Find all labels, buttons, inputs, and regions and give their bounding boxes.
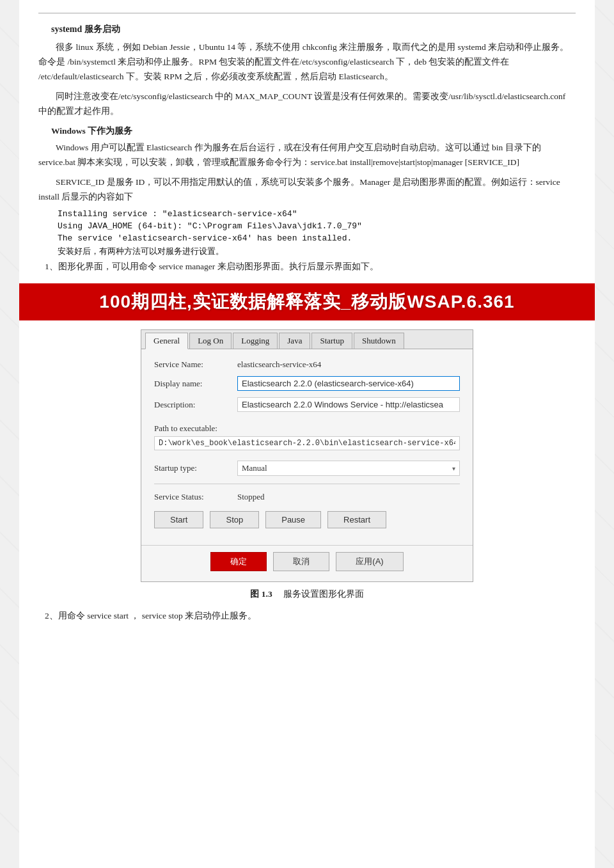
dialog-tabs: General Log On Logging Java Startup Shut… bbox=[141, 330, 473, 349]
page-container: systemd 服务启动 很多 linux 系统，例如 Debian Jessi… bbox=[0, 0, 614, 868]
select-arrow-icon: ▾ bbox=[452, 465, 455, 472]
tab-logging[interactable]: Logging bbox=[233, 333, 278, 349]
status-value: Stopped bbox=[237, 492, 265, 502]
display-name-row: Display name: bbox=[154, 376, 460, 391]
tab-logon[interactable]: Log On bbox=[189, 333, 232, 349]
service-name-value: elasticsearch-service-x64 bbox=[237, 359, 321, 370]
startup-type-label: Startup type: bbox=[154, 463, 237, 473]
figure-text: 服务设置图形化界面 bbox=[283, 589, 364, 599]
windows-title: Windows 下作为服务 bbox=[51, 125, 576, 137]
tab-shutdown[interactable]: Shutdown bbox=[354, 333, 404, 349]
para3: Windows 用户可以配置 Elasticsearch 作为服务在后台运行，或… bbox=[38, 141, 576, 170]
para4: SERVICE_ID 是服务 ID，可以不用指定用默认的值，系统可以安装多个服务… bbox=[38, 175, 576, 205]
install-line-3: The service 'elasticsearch-service-x64' … bbox=[58, 233, 576, 243]
pause-button[interactable]: Pause bbox=[265, 511, 321, 528]
service-buttons-row: Start Stop Pause Restart bbox=[154, 511, 460, 528]
startup-type-row: Startup type: Manual ▾ bbox=[154, 461, 460, 476]
banner: 100期四柱,实证数据解释落实_移动版WSAP.6.361 bbox=[19, 283, 595, 320]
display-name-label: Display name: bbox=[154, 379, 237, 389]
description-label: Description: bbox=[154, 400, 237, 410]
startup-type-value: Manual bbox=[242, 463, 267, 473]
figure-caption: 图 1.3 服务设置图形化界面 bbox=[38, 588, 576, 600]
path-input[interactable] bbox=[154, 436, 460, 450]
restart-button[interactable]: Restart bbox=[327, 511, 386, 528]
install-line-1: Installing service : "elasticsearch-serv… bbox=[58, 209, 576, 219]
startup-type-select[interactable]: Manual ▾ bbox=[237, 461, 460, 476]
service-dialog: General Log On Logging Java Startup Shut… bbox=[141, 329, 473, 582]
status-label: Service Status: bbox=[154, 492, 237, 502]
para1: 很多 linux 系统，例如 Debian Jessie，Ubuntu 14 等… bbox=[38, 40, 576, 84]
path-label: Path to executable: bbox=[154, 423, 460, 434]
content-area: systemd 服务启动 很多 linux 系统，例如 Debian Jessi… bbox=[19, 0, 595, 868]
service-name-label: Service Name: bbox=[154, 359, 237, 370]
description-input[interactable] bbox=[237, 397, 460, 412]
start-button[interactable]: Start bbox=[154, 511, 203, 528]
figure-number: 图 1.3 bbox=[250, 589, 272, 599]
stop-button[interactable]: Stop bbox=[210, 511, 259, 528]
tab-java[interactable]: Java bbox=[279, 333, 310, 349]
top-divider bbox=[38, 13, 576, 13]
path-section: Path to executable: bbox=[154, 423, 460, 450]
status-row: Service Status: Stopped bbox=[154, 492, 460, 502]
cancel-button[interactable]: 取消 bbox=[273, 552, 329, 571]
service-name-row: Service Name: elasticsearch-service-x64 bbox=[154, 359, 460, 370]
numbered-item-1: 1、图形化界面，可以用命令 service manager 来启动图形界面。执行… bbox=[45, 260, 576, 274]
install-line-2: Using JAVA_HOME (64-bit): "C:\Program Fi… bbox=[58, 221, 576, 231]
numbered-item-2: 2、用命令 service start ， service stop 来启动停止… bbox=[45, 609, 576, 624]
divider-1 bbox=[154, 484, 460, 484]
install-line-4: 安装好后，有两种方法可以对服务进行设置。 bbox=[58, 246, 576, 257]
tab-startup[interactable]: Startup bbox=[311, 333, 352, 349]
dialog-body: Service Name: elasticsearch-service-x64 … bbox=[141, 349, 473, 545]
dialog-footer: 确定 取消 应用(A) bbox=[141, 545, 473, 581]
description-row: Description: bbox=[154, 397, 460, 412]
systemd-title: systemd 服务启动 bbox=[51, 24, 576, 35]
ok-button[interactable]: 确定 bbox=[210, 552, 267, 571]
apply-button[interactable]: 应用(A) bbox=[336, 552, 403, 571]
tab-general[interactable]: General bbox=[145, 333, 188, 349]
display-name-input[interactable] bbox=[237, 376, 460, 391]
para2: 同时注意改变在/etc/sysconfig/elasticsearch 中的 M… bbox=[38, 90, 576, 119]
